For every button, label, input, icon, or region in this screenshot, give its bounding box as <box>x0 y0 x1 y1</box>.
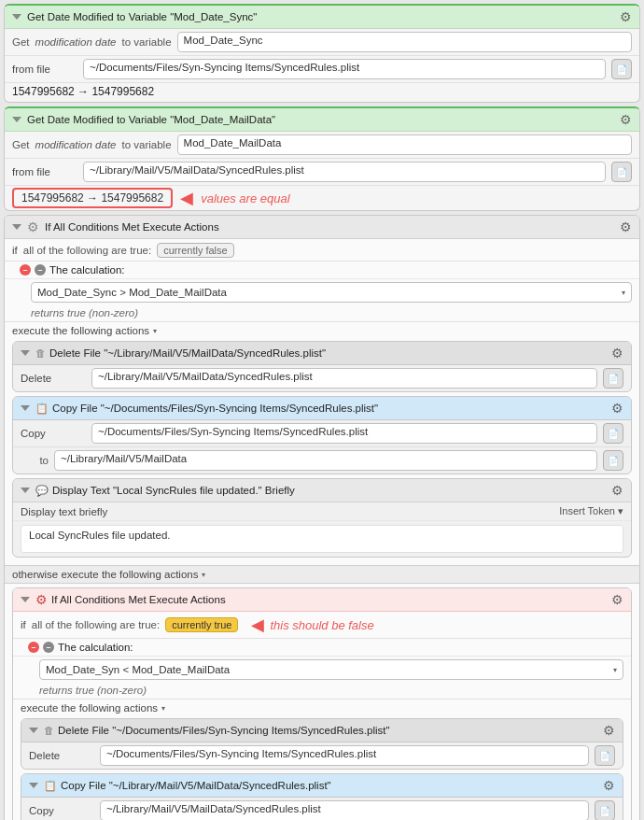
copy-icon-1: 📋 <box>35 403 49 415</box>
from-file-label-1: from file <box>12 64 77 75</box>
dt-gear-1[interactable]: ⚙ <box>611 483 623 498</box>
delete-browse-1[interactable]: 📄 <box>603 368 623 389</box>
condition-row-1: – – The calculation: <box>5 262 639 279</box>
nested-actions-1: 🗑 Delete File "~/Library/Mail/V5/MailDat… <box>5 339 639 565</box>
file-path-field-2[interactable]: ~/Library/Mail/V5/MailData/SyncedRules.p… <box>83 162 606 182</box>
display-text-header-1: 💬 Display Text "Local SyncRules file upd… <box>13 479 631 502</box>
copy-to-browse-1[interactable]: 📄 <box>603 450 623 471</box>
copy-from-browse-1[interactable]: 📄 <box>603 423 623 444</box>
delete-title-1: Delete File "~/Library/Mail/V5/MailData/… <box>49 347 326 359</box>
del-icon-1: 🗑 <box>35 347 46 359</box>
insert-token-btn-1[interactable]: Insert Token ▾ <box>559 505 623 517</box>
conditions-header-left-1: ⚙ If All Conditions Met Execute Actions <box>12 219 219 234</box>
mod-date-label: modification date <box>35 36 117 48</box>
get-label: Get <box>12 36 30 48</box>
copy-from-field-2[interactable]: ~/Library/Mail/V5/MailData/SyncedRules.p… <box>100 800 589 820</box>
file-browse-btn-1[interactable]: 📄 <box>611 59 632 79</box>
dt-title-1: Display Text "Local SyncRules file updat… <box>52 485 295 496</box>
block1-gear-icon[interactable]: ⚙ <box>620 9 632 24</box>
conditions-gear-2[interactable]: ⚙ <box>611 592 623 607</box>
copy-title-1: Copy File "~/Documents/Files/Syn-Syncing… <box>52 403 378 414</box>
copy-file-block-1: 📋 Copy File "~/Documents/Files/Syn-Synci… <box>12 396 632 474</box>
block2-header-left: Get Date Modified to Variable "Mod_Date_… <box>12 114 275 125</box>
delete-file-block-1: 🗑 Delete File "~/Library/Mail/V5/MailDat… <box>12 341 632 392</box>
remove-condition-btn-1[interactable]: – <box>20 264 31 276</box>
copy-from-field-1[interactable]: ~/Documents/Files/Syn-Syncing Items/Sync… <box>91 423 597 444</box>
copy-file-block-2: 📋 Copy File "~/Library/Mail/V5/MailData/… <box>21 773 623 820</box>
copy-from-browse-2[interactable]: 📄 <box>595 800 615 820</box>
copy-icon-2: 📋 <box>44 780 57 792</box>
conditions-title-1: If All Conditions Met Execute Actions <box>45 221 219 233</box>
returns-label-2: returns true (non-zero) <box>13 683 631 699</box>
copy-label-1: Copy <box>21 428 86 439</box>
if-icon: ⚙ <box>27 219 39 234</box>
collapse-btn-2[interactable]: – <box>43 642 54 653</box>
delete-gear-1[interactable]: ⚙ <box>611 346 623 361</box>
collapse-btn-1[interactable]: – <box>35 264 46 276</box>
conditions-header-left-2: ⚙ If All Conditions Met Execute Actions <box>21 592 226 607</box>
copy-gear-1[interactable]: ⚙ <box>611 401 623 416</box>
remove-condition-btn-2[interactable]: – <box>28 642 39 653</box>
copy-row-1: Copy ~/Documents/Files/Syn-Syncing Items… <box>13 420 631 447</box>
copy-to-field-1[interactable]: ~/Library/Mail/V5/MailData <box>54 450 597 471</box>
delete-row-1: Delete ~/Library/Mail/V5/MailData/Synced… <box>13 365 631 391</box>
delete-header-left-1: 🗑 Delete File "~/Library/Mail/V5/MailDat… <box>21 347 326 359</box>
block2-title: Get Date Modified to Variable "Mod_Date_… <box>27 114 275 125</box>
calc-label-2: The calculation: <box>58 642 133 653</box>
status-badge-2: currently true <box>165 617 238 632</box>
otherwise-label-1: otherwise execute the following actions … <box>5 565 639 584</box>
variable-name-field-1[interactable]: Mod_Date_Sync <box>177 32 632 52</box>
if-label-2: if <box>21 619 26 630</box>
block2-get-row: Get modification date to variable Mod_Da… <box>5 132 639 159</box>
delete-gear-2[interactable]: ⚙ <box>603 723 615 738</box>
status-badge-1: currently false <box>157 243 233 258</box>
variable-name-field-2[interactable]: Mod_Date_MailData <box>177 134 632 155</box>
file-path-field-1[interactable]: ~/Documents/Files/Syn-Syncing Items/Sync… <box>83 59 606 79</box>
get-date-modified-maildata-block: Get Date Modified to Variable "Mod_Date_… <box>4 106 640 211</box>
dt-icon-1: 💬 <box>35 485 49 497</box>
copy-gear-2[interactable]: ⚙ <box>603 778 615 793</box>
mod-date-label-2: modification date <box>35 139 117 150</box>
get-date-modified-sync-block: Get Date Modified to Variable "Mod_Date_… <box>4 4 640 103</box>
main-container: Get Date Modified to Variable "Mod_Date_… <box>0 0 644 820</box>
delete-path-field-1[interactable]: ~/Library/Mail/V5/MailData/SyncedRules.p… <box>91 368 597 389</box>
exec-label-2: execute the following actions ▾ <box>13 699 631 716</box>
block2-gear-icon[interactable]: ⚙ <box>620 112 632 127</box>
file-browse-btn-2[interactable]: 📄 <box>611 162 632 182</box>
delete-path-field-2[interactable]: ~/Documents/Files/Syn-Syncing Items/Sync… <box>100 745 589 766</box>
block1-title: Get Date Modified to Variable "Mod_Date_… <box>27 11 257 22</box>
delete-header-left-2: 🗑 Delete File "~/Documents/Files/Syn-Syn… <box>29 725 390 736</box>
copy-header-2: 📋 Copy File "~/Library/Mail/V5/MailData/… <box>21 774 623 798</box>
calc-dropdown-2[interactable]: Mod_Date_Syn < Mod_Date_MailData ▾ <box>39 659 623 680</box>
from-file-label-2: from file <box>12 166 77 177</box>
copy-to-label-1: to <box>21 455 49 466</box>
delete-label-1: Delete <box>21 373 86 384</box>
all-of-label-2: all of the following are true: <box>32 619 160 630</box>
copy-header-left-1: 📋 Copy File "~/Documents/Files/Syn-Synci… <box>21 403 378 415</box>
annotation-text-2: values are equal <box>201 191 289 205</box>
delete-file-block-2: 🗑 Delete File "~/Documents/Files/Syn-Syn… <box>21 718 623 770</box>
dt-row-1: Display text briefly Insert Token ▾ <box>13 502 631 521</box>
values-highlight-2: 1547995682 → 1547995682 <box>12 188 173 208</box>
dt-tri-1 <box>21 488 30 493</box>
conditions-header-1: ⚙ If All Conditions Met Execute Actions … <box>5 216 639 239</box>
block1-values: 1547995682 → 1547995682 <box>5 83 639 102</box>
delete-label-2: Delete <box>29 750 94 761</box>
conditions-header-2: ⚙ If All Conditions Met Execute Actions … <box>13 588 631 612</box>
if-label-1: if <box>12 245 18 256</box>
conditions-gear-1[interactable]: ⚙ <box>620 219 632 234</box>
delete-header-2: 🗑 Delete File "~/Documents/Files/Syn-Syn… <box>21 719 623 742</box>
copy-tri-2 <box>29 783 38 788</box>
if-conditions-block-2: ⚙ If All Conditions Met Execute Actions … <box>12 587 632 820</box>
calc-expression-1: Mod_Date_Sync > Mod_Date_MailData ▾ <box>5 279 639 305</box>
condition-row-2: – – The calculation: <box>13 639 631 657</box>
calc-dropdown-1[interactable]: Mod_Date_Sync > Mod_Date_MailData ▾ <box>31 282 632 303</box>
block2-from-file-row: from file ~/Library/Mail/V5/MailData/Syn… <box>5 159 639 186</box>
block1-get-row: Get modification date to variable Mod_Da… <box>5 29 639 56</box>
block2-annotation: 1547995682 → 1547995682 ◀ values are equ… <box>5 186 639 210</box>
delete-browse-2[interactable]: 📄 <box>595 745 615 766</box>
block1-header: Get Date Modified to Variable "Mod_Date_… <box>5 6 639 29</box>
block2-header: Get Date Modified to Variable "Mod_Date_… <box>5 108 639 132</box>
triangle-icon <box>12 14 21 20</box>
otherwise-content-1: ⚙ If All Conditions Met Execute Actions … <box>5 584 639 820</box>
